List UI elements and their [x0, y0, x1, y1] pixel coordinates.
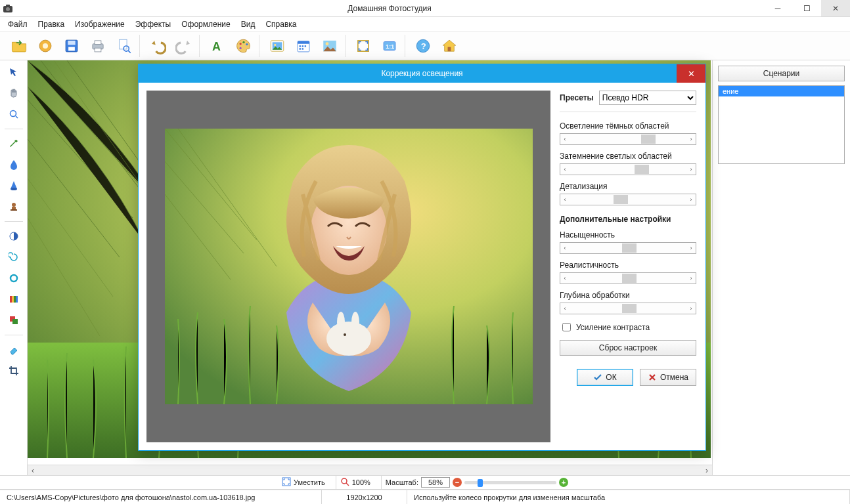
home-icon[interactable]: [438, 35, 460, 57]
right-panel: Сценарии ение: [712, 60, 850, 475]
camera-icon[interactable]: [34, 35, 56, 57]
slider-left-icon[interactable]: ‹: [560, 134, 570, 144]
palette-icon[interactable]: [233, 35, 255, 57]
slider-right-icon[interactable]: ›: [686, 273, 696, 284]
presets-select[interactable]: Псевдо HDR: [599, 91, 696, 105]
slider-saturation-handle[interactable]: [622, 243, 637, 253]
svg-rect-6: [68, 40, 75, 45]
slider-left-icon[interactable]: ‹: [560, 303, 570, 314]
hundred-icon[interactable]: [340, 477, 349, 488]
menu-effects[interactable]: Эффекты: [130, 18, 177, 31]
slider-darken-handle[interactable]: [635, 165, 649, 174]
zoom-slider[interactable]: [464, 481, 556, 484]
zoom-tool-icon[interactable]: [5, 106, 23, 122]
help-icon[interactable]: ?: [412, 35, 434, 57]
hand-tool-icon[interactable]: [5, 85, 23, 101]
undo-icon[interactable]: [146, 35, 169, 57]
slider-right-icon[interactable]: ›: [686, 243, 696, 253]
reset-button[interactable]: Сброс настроек: [560, 340, 696, 356]
arrow-tool-icon[interactable]: [5, 64, 23, 80]
minimize-button[interactable]: ─: [763, 0, 792, 16]
svg-text:1:1: 1:1: [386, 43, 394, 50]
calendar-icon[interactable]: [292, 35, 315, 57]
svg-rect-41: [12, 207, 16, 209]
eyedropper-icon[interactable]: [5, 136, 23, 152]
ring-icon[interactable]: [5, 270, 23, 286]
zoom-in-icon[interactable]: +: [559, 478, 568, 487]
lighting-correction-dialog: Коррекция освещения ✕: [138, 64, 706, 451]
fit-screen-icon[interactable]: [352, 35, 374, 57]
svg-rect-45: [10, 296, 12, 303]
slider-saturation[interactable]: ‹ ›: [560, 242, 696, 254]
menu-edit[interactable]: Правка: [33, 18, 70, 31]
open-file-icon[interactable]: [8, 35, 30, 57]
menu-image[interactable]: Изображение: [70, 18, 130, 31]
slider-right-icon[interactable]: ›: [686, 303, 696, 314]
slider-detail[interactable]: ‹ ›: [560, 194, 696, 205]
slider-left-icon[interactable]: ‹: [560, 164, 570, 175]
slider-lighten-handle[interactable]: [641, 135, 656, 144]
close-button[interactable]: ✕: [821, 0, 850, 16]
text-icon[interactable]: A: [206, 35, 229, 57]
svg-point-21: [274, 43, 276, 45]
dialog-close-icon[interactable]: ✕: [677, 64, 705, 83]
drop-icon[interactable]: [5, 157, 23, 173]
stamp-icon[interactable]: [5, 199, 23, 215]
slider-detail-handle[interactable]: [614, 195, 628, 204]
contrast-checkbox[interactable]: [562, 323, 571, 331]
save-icon[interactable]: [60, 35, 83, 57]
horizontal-scrollbar[interactable]: ‹ ›: [28, 465, 712, 475]
hundred-label[interactable]: 100%: [352, 478, 370, 486]
slider-depth[interactable]: ‹ ›: [560, 303, 696, 314]
fit-icon[interactable]: [282, 477, 291, 488]
scroll-left-icon[interactable]: ‹: [28, 465, 38, 475]
slider-lighten[interactable]: ‹ ›: [560, 133, 696, 145]
zoom-out-icon[interactable]: −: [453, 478, 462, 487]
svg-point-39: [11, 188, 17, 190]
gradient-icon[interactable]: [5, 291, 23, 307]
print-icon[interactable]: [87, 35, 109, 57]
scenarios-button[interactable]: Сценарии: [718, 66, 845, 81]
spiral-icon[interactable]: [5, 249, 23, 265]
slider-left-icon[interactable]: ‹: [560, 243, 570, 253]
menu-file[interactable]: Файл: [3, 18, 33, 31]
svg-point-17: [246, 43, 248, 45]
cone-icon[interactable]: [5, 178, 23, 194]
slider-realism[interactable]: ‹ ›: [560, 272, 696, 284]
slider-darken[interactable]: ‹ ›: [560, 163, 696, 175]
scroll-right-icon[interactable]: ›: [702, 465, 712, 475]
svg-rect-36: [448, 47, 451, 51]
menu-decor[interactable]: Оформление: [176, 18, 235, 31]
menu-view[interactable]: Вид: [236, 18, 261, 31]
landscape-icon[interactable]: [319, 35, 341, 57]
redo-icon[interactable]: [173, 35, 195, 57]
scenario-item-selected[interactable]: ение: [719, 86, 844, 96]
slider-left-icon[interactable]: ‹: [560, 273, 570, 284]
eraser-icon[interactable]: [5, 342, 23, 358]
crop-icon[interactable]: [5, 363, 23, 379]
contrast-icon[interactable]: [5, 228, 23, 244]
picture-icon[interactable]: [266, 35, 288, 57]
maximize-button[interactable]: ☐: [792, 0, 821, 16]
layers-icon[interactable]: [5, 312, 23, 328]
slider-right-icon[interactable]: ›: [686, 134, 696, 144]
ok-button[interactable]: ОК: [577, 369, 633, 386]
slider-left-icon[interactable]: ‹: [560, 194, 570, 205]
svg-line-38: [16, 116, 18, 118]
fit-label[interactable]: Уместить: [294, 478, 325, 486]
slider-darken-label: Затемнение светлых областей: [560, 152, 696, 161]
scale-input[interactable]: 58%: [421, 477, 450, 488]
svg-text:?: ?: [421, 41, 426, 51]
search-doc-icon[interactable]: [113, 35, 135, 57]
slider-depth-handle[interactable]: [622, 304, 637, 313]
slider-right-icon[interactable]: ›: [686, 194, 696, 205]
status-file-path: C:\Users\AMS-Copy\Pictures\фото для фото…: [0, 490, 322, 504]
zoom-slider-thumb[interactable]: [478, 479, 483, 487]
cancel-button[interactable]: Отмена: [640, 369, 696, 386]
actual-size-icon[interactable]: 1:1: [378, 35, 401, 57]
svg-rect-50: [12, 319, 18, 324]
slider-realism-handle[interactable]: [622, 274, 637, 283]
slider-right-icon[interactable]: ›: [686, 164, 696, 175]
scenario-list[interactable]: ение: [718, 85, 845, 164]
menu-help[interactable]: Справка: [260, 18, 302, 31]
